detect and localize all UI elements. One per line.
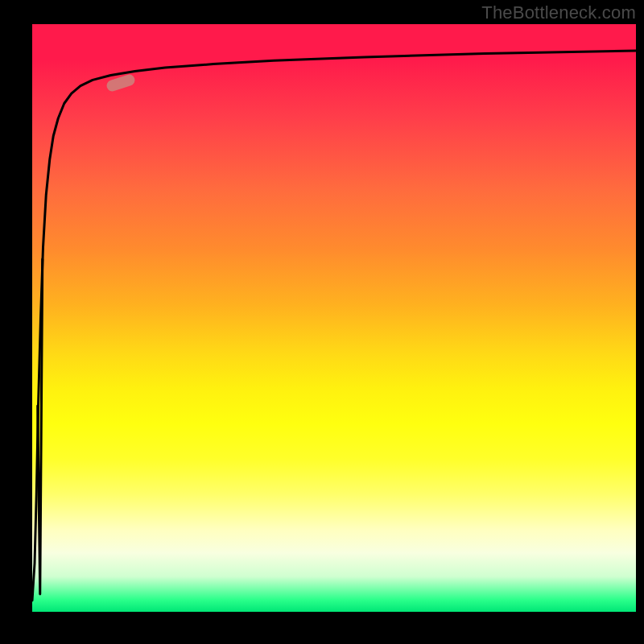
main-curve-path <box>32 51 636 601</box>
inner-dip-path <box>38 259 43 594</box>
chart-frame: TheBottleneck.com <box>0 0 644 644</box>
curve-marker <box>105 73 136 93</box>
plot-area <box>32 24 636 612</box>
curve-svg <box>32 24 636 612</box>
watermark-text: TheBottleneck.com <box>481 2 636 23</box>
